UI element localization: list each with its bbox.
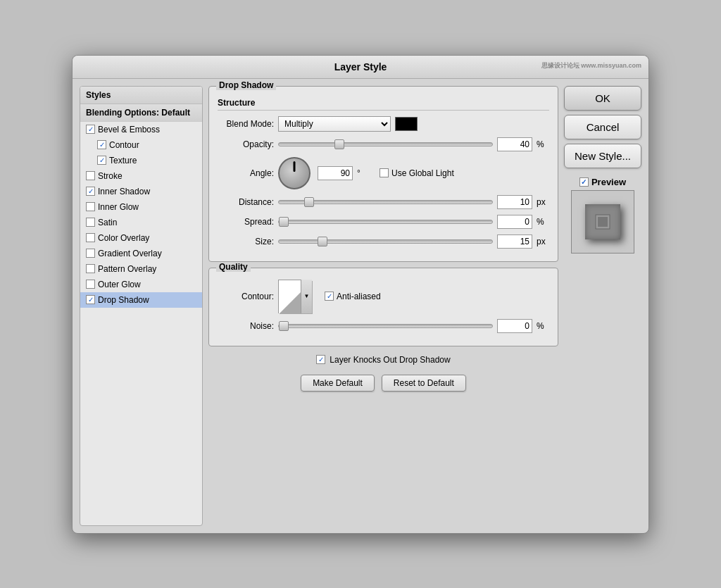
opacity-label: Opacity: xyxy=(218,139,274,149)
angle-input[interactable]: 90 xyxy=(318,166,353,180)
noise-unit: % xyxy=(537,321,549,331)
color-overlay-label: Color Overlay xyxy=(98,233,149,243)
bottom-buttons: Make Default Reset to Default xyxy=(208,375,558,392)
distance-input[interactable]: 10 xyxy=(497,195,532,209)
structure-panel: Drop Shadow Structure Blend Mode: Multip… xyxy=(208,86,558,262)
preview-label-row: ✓ Preview xyxy=(579,177,626,187)
distance-unit: px xyxy=(537,197,549,207)
contour-label: Contour xyxy=(109,140,139,150)
texture-label: Texture xyxy=(109,156,137,165)
anti-alias-label: Anti-aliased xyxy=(337,292,381,301)
sidebar-header: Styles xyxy=(80,87,202,104)
inner-shadow-checkbox[interactable]: ✓ xyxy=(86,187,95,196)
angle-dial[interactable] xyxy=(278,157,311,189)
cancel-button[interactable]: Cancel xyxy=(564,115,641,139)
stroke-checkbox[interactable] xyxy=(86,171,95,180)
layer-knocks-row: ✓ Layer Knocks Out Drop Shadow xyxy=(208,355,558,365)
sidebar-item-outer-glow[interactable]: Outer Glow xyxy=(80,277,202,292)
sidebar-blending-options[interactable]: Blending Options: Default xyxy=(80,104,202,122)
angle-unit: ° xyxy=(357,168,370,178)
layer-style-dialog: Layer Style 思缘设计论坛 www.missyuan.com Styl… xyxy=(72,55,649,534)
drop-shadow-label: Drop Shadow xyxy=(98,295,149,305)
ok-button[interactable]: OK xyxy=(564,86,641,111)
sidebar-item-color-overlay[interactable]: Color Overlay xyxy=(80,230,202,246)
anti-alias-checkbox[interactable]: ✓ xyxy=(325,292,334,301)
spread-label: Spread: xyxy=(218,217,274,227)
contour-checkbox[interactable]: ✓ xyxy=(97,140,106,149)
pattern-overlay-checkbox[interactable] xyxy=(86,264,95,273)
anti-alias-row: ✓ Anti-aliased xyxy=(325,292,381,301)
noise-thumb[interactable] xyxy=(279,321,289,331)
opacity-input[interactable]: 40 xyxy=(497,137,532,151)
svg-rect-3 xyxy=(598,217,608,227)
size-unit: px xyxy=(537,237,549,246)
noise-input[interactable]: 0 xyxy=(497,319,532,333)
sidebar-item-bevel-emboss[interactable]: ✓ Bevel & Emboss xyxy=(80,122,202,137)
distance-slider[interactable] xyxy=(278,200,493,204)
quality-panel-title: Quality xyxy=(216,262,251,272)
sidebar-item-inner-shadow[interactable]: ✓ Inner Shadow xyxy=(80,184,202,199)
sidebar-item-gradient-overlay[interactable]: Gradient Overlay xyxy=(80,246,202,261)
preview-label: Preview xyxy=(591,177,626,187)
stroke-label: Stroke xyxy=(98,171,123,181)
contour-preview-wrapper: ▼ xyxy=(278,280,312,313)
noise-slider[interactable] xyxy=(278,324,493,328)
opacity-thumb[interactable] xyxy=(334,139,344,149)
layer-knocks-checkbox[interactable]: ✓ xyxy=(316,355,325,364)
drop-shadow-panel-title: Drop Shadow xyxy=(216,80,276,90)
global-light-row: Use Global Light xyxy=(380,168,454,178)
preview-checkbox[interactable]: ✓ xyxy=(579,177,589,187)
satin-label: Satin xyxy=(98,218,117,227)
noise-row: Noise: 0 % xyxy=(218,319,549,333)
blend-mode-select[interactable]: Multiply Normal Dissolve Screen Overlay xyxy=(278,116,391,132)
sidebar-item-contour[interactable]: ✓ Contour xyxy=(80,137,202,153)
distance-label: Distance: xyxy=(218,197,274,207)
distance-thumb[interactable] xyxy=(304,197,314,207)
size-input[interactable]: 15 xyxy=(497,234,532,249)
reset-to-default-button[interactable]: Reset to Default xyxy=(382,375,466,392)
sidebar-item-texture[interactable]: ✓ Texture xyxy=(80,153,202,168)
inner-shadow-label: Inner Shadow xyxy=(98,187,150,196)
size-slider[interactable] xyxy=(278,239,493,244)
main-content: Drop Shadow Structure Blend Mode: Multip… xyxy=(208,86,558,526)
global-light-checkbox[interactable] xyxy=(380,168,389,177)
spread-slider[interactable] xyxy=(278,220,493,224)
sidebar-item-satin[interactable]: Satin xyxy=(80,215,202,230)
blend-mode-row: Blend Mode: Multiply Normal Dissolve Scr… xyxy=(218,116,549,132)
sidebar-item-pattern-overlay[interactable]: Pattern Overlay xyxy=(80,261,202,277)
watermark: 思缘设计论坛 www.missyuan.com xyxy=(541,61,641,70)
dialog-title: Layer Style xyxy=(334,61,387,73)
title-bar: Layer Style 思缘设计论坛 www.missyuan.com xyxy=(73,56,648,79)
contour-dropdown-btn[interactable]: ▼ xyxy=(301,280,312,313)
new-style-button[interactable]: New Style... xyxy=(564,144,641,168)
spread-thumb[interactable] xyxy=(279,217,289,227)
make-default-button[interactable]: Make Default xyxy=(301,375,375,392)
inner-glow-checkbox[interactable] xyxy=(86,202,95,211)
contour-label: Contour: xyxy=(218,292,274,301)
noise-label: Noise: xyxy=(218,321,274,331)
bevel-emboss-label: Bevel & Emboss xyxy=(98,125,160,135)
angle-row: Angle: 90 ° Use Global Light xyxy=(218,157,549,189)
outer-glow-checkbox[interactable] xyxy=(86,280,95,289)
opacity-slider[interactable] xyxy=(278,142,493,146)
sidebar-item-stroke[interactable]: Stroke xyxy=(80,168,202,184)
texture-checkbox[interactable]: ✓ xyxy=(97,156,106,165)
blending-options-label: Blending Options: Default xyxy=(86,108,190,118)
drop-shadow-checkbox[interactable]: ✓ xyxy=(86,295,95,304)
spread-input[interactable]: 0 xyxy=(497,215,532,229)
inner-glow-label: Inner Glow xyxy=(98,202,139,212)
opacity-unit: % xyxy=(537,139,549,149)
angle-label: Angle: xyxy=(218,168,274,178)
sidebar-item-inner-glow[interactable]: Inner Glow xyxy=(80,199,202,215)
gradient-overlay-label: Gradient Overlay xyxy=(98,249,162,258)
shadow-color-swatch[interactable] xyxy=(395,117,418,131)
size-thumb[interactable] xyxy=(318,237,327,246)
color-overlay-checkbox[interactable] xyxy=(86,233,95,242)
gradient-overlay-checkbox[interactable] xyxy=(86,249,95,258)
outer-glow-label: Outer Glow xyxy=(98,280,141,289)
bevel-emboss-checkbox[interactable]: ✓ xyxy=(86,125,95,134)
satin-checkbox[interactable] xyxy=(86,218,95,227)
preview-section: ✓ Preview xyxy=(564,177,641,254)
sidebar-item-drop-shadow[interactable]: ✓ Drop Shadow xyxy=(80,292,202,308)
contour-row: Contour: ▼ ✓ Anti xyxy=(218,280,549,313)
